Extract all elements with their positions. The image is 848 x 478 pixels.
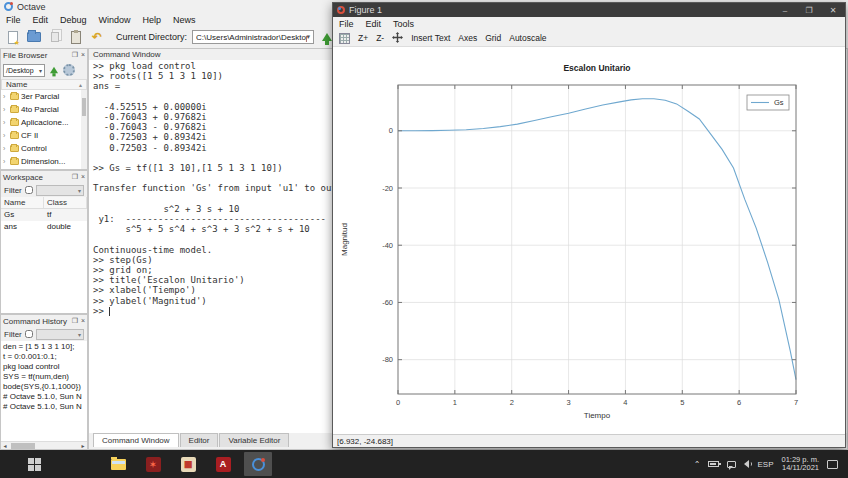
x-axis-label: Tiempo	[584, 411, 611, 420]
expand-chevron-icon[interactable]: ›	[3, 93, 8, 100]
folder-label: 4to Parcial	[21, 105, 59, 114]
workspace-cell: double	[44, 221, 87, 233]
expand-chevron-icon[interactable]: ›	[3, 132, 8, 139]
current-directory-label: Current Directory:	[116, 32, 187, 42]
figure-menu-file[interactable]: File	[333, 19, 360, 29]
octave-window-title: Octave	[17, 2, 46, 12]
expand-chevron-icon[interactable]: ›	[3, 106, 8, 113]
history-scrollbar[interactable]: ◂ ▸	[1, 441, 87, 449]
new-script-icon	[8, 31, 18, 44]
file-browser-up-button[interactable]	[48, 63, 60, 78]
scroll-left-icon[interactable]: ◂	[1, 442, 9, 449]
office-app-button[interactable]: ▦	[174, 452, 202, 476]
zoom-out-button[interactable]: Z-	[376, 33, 384, 43]
folder-row[interactable]: ›3er Parcial	[1, 90, 87, 103]
menu-item-news[interactable]: News	[167, 15, 202, 25]
history-item[interactable]: # Octave 5.1.0, Sun N	[3, 392, 85, 402]
file-explorer-button[interactable]	[104, 452, 132, 476]
folder-row[interactable]: ›Control	[1, 142, 87, 155]
filter-combobox[interactable]: ▾	[36, 329, 84, 340]
menu-item-edit[interactable]: Edit	[27, 15, 55, 25]
folder-row[interactable]: ›4to Parcial	[1, 103, 87, 116]
start-button[interactable]	[12, 450, 56, 478]
figure-menu-edit[interactable]: Edit	[360, 19, 388, 29]
tray-expand-icon[interactable]: ⌃	[694, 460, 701, 469]
gear-icon[interactable]	[63, 64, 75, 76]
notification-icon[interactable]	[827, 460, 838, 469]
y-tick-label: -80	[382, 355, 393, 364]
plot-canvas[interactable]: 012345670-20-40-60-80Escalon UnitarioTie…	[333, 47, 845, 434]
history-item[interactable]: t = 0:0.001:0.1;	[3, 352, 85, 362]
open-file-button[interactable]	[26, 30, 42, 45]
history-item[interactable]: SYS = tf(num,den)	[3, 372, 85, 382]
insert-text-button[interactable]: Insert Text	[411, 33, 450, 43]
close-button[interactable]: ✕	[821, 3, 845, 17]
expand-chevron-icon[interactable]: ›	[3, 145, 8, 152]
language-badge[interactable]: ESP	[757, 460, 773, 469]
undo-button[interactable]: ↶	[89, 30, 105, 45]
folder-label: Aplicacione...	[21, 118, 69, 127]
close-icon[interactable]: ×	[81, 173, 85, 181]
workspace-row[interactable]: ansdouble	[1, 221, 87, 233]
minimize-button[interactable]: –	[773, 3, 797, 17]
combobox-arrow-icon: ▾	[39, 67, 42, 74]
current-directory-combobox[interactable]: C:\Users\Administrador\Desktop ▾	[192, 30, 314, 44]
octave-taskbar-button[interactable]	[244, 452, 272, 476]
close-icon[interactable]: ×	[81, 51, 85, 59]
pan-icon[interactable]	[392, 32, 403, 45]
new-script-button[interactable]	[5, 30, 21, 45]
folder-row[interactable]: ›CF II	[1, 129, 87, 142]
workspace-cell: tf	[44, 209, 87, 221]
step-response-plot: 012345670-20-40-60-80Escalon UnitarioTie…	[333, 47, 845, 434]
history-item[interactable]: # Octave 5.1.0, Sun N	[3, 402, 85, 412]
undock-icon[interactable]: ❐	[72, 317, 78, 325]
tab-editor[interactable]: Editor	[180, 433, 219, 447]
file-browser-column-header[interactable]: Name ▴	[1, 79, 87, 90]
file-browser-panel: File Browser ❐× /Desktop ▾ Name ▴	[0, 48, 88, 170]
file-browser-scrollbar[interactable]	[81, 90, 87, 169]
toggle-grid-icon[interactable]	[339, 33, 350, 44]
file-browser-path-combobox[interactable]: /Desktop ▾	[3, 64, 45, 77]
tab-variable-editor[interactable]: Variable Editor	[219, 433, 289, 447]
history-item[interactable]: den = [1 5 1 3 1 10];	[3, 342, 85, 352]
speaker-icon[interactable]	[744, 460, 749, 468]
figure-titlebar[interactable]: Figure 1 – ❐ ✕	[333, 3, 845, 17]
filter-checkbox[interactable]	[25, 186, 33, 194]
wolfram-button[interactable]: ✶	[139, 452, 167, 476]
history-item[interactable]: bode(SYS,{0.1,1000})	[3, 382, 85, 392]
autoscale-button[interactable]: Autoscale	[509, 33, 546, 43]
tab-command-window[interactable]: Command Window	[93, 433, 179, 447]
maximize-button[interactable]: ❐	[797, 3, 821, 17]
folder-icon	[10, 93, 19, 100]
filter-combobox[interactable]: ▾	[36, 185, 84, 196]
taskbar: ✶ ▦ A ⌃ ESP 01:29 p. m. 14/11/2021	[0, 450, 848, 478]
menu-item-window[interactable]: Window	[93, 15, 137, 25]
acrobat-button[interactable]: A	[209, 452, 237, 476]
menu-item-help[interactable]: Help	[137, 15, 168, 25]
undock-icon[interactable]: ❐	[72, 51, 78, 59]
menu-item-debug[interactable]: Debug	[54, 15, 93, 25]
clock[interactable]: 01:29 p. m. 14/11/2021	[781, 456, 819, 473]
zoom-in-button[interactable]: Z+	[358, 33, 368, 43]
expand-chevron-icon[interactable]: ›	[3, 119, 8, 126]
menu-item-file[interactable]: File	[0, 15, 27, 25]
copy-button[interactable]	[47, 30, 63, 45]
axes-button[interactable]: Axes	[458, 33, 477, 43]
close-icon[interactable]: ×	[81, 317, 85, 325]
battery-icon[interactable]	[708, 461, 719, 467]
filter-checkbox[interactable]	[25, 330, 33, 338]
figure-menu-tools[interactable]: Tools	[387, 19, 420, 29]
scroll-right-icon[interactable]: ▸	[79, 442, 87, 449]
paste-button[interactable]	[68, 30, 84, 45]
undock-icon[interactable]: ❐	[72, 173, 78, 181]
workspace-row[interactable]: Gstf	[1, 209, 87, 221]
chat-icon[interactable]	[727, 461, 736, 468]
expand-chevron-icon[interactable]: ›	[3, 158, 8, 165]
workspace-columns[interactable]: Name Class	[1, 197, 87, 209]
grid-button[interactable]: Grid	[485, 33, 501, 43]
folder-row[interactable]: ›Aplicacione...	[1, 116, 87, 129]
x-tick-label: 4	[623, 398, 627, 407]
history-item[interactable]: pkg load control	[3, 362, 85, 372]
folder-row[interactable]: ›Dimension...	[1, 155, 87, 168]
command-history-list[interactable]: den = [1 5 1 3 1 10];t = 0:0.001:0.1;pkg…	[1, 341, 87, 441]
